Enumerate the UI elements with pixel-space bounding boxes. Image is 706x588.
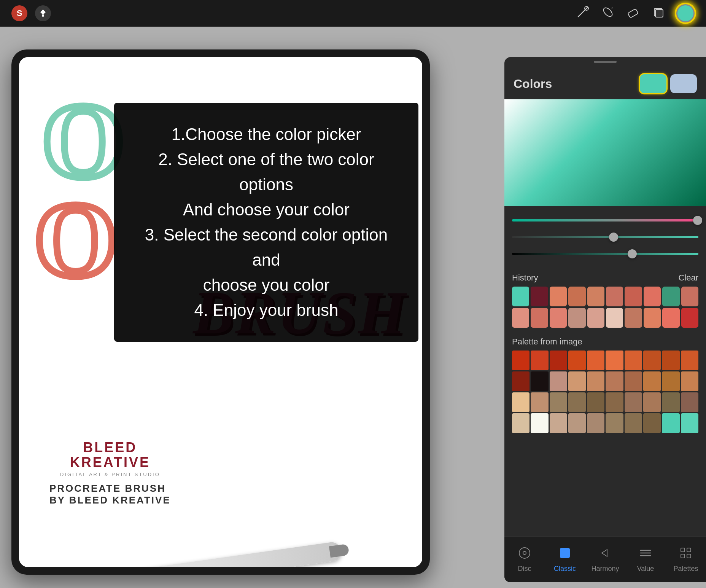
svg-rect-10 — [560, 548, 570, 558]
color-gradient-picker[interactable] — [504, 99, 706, 206]
palette-cell[interactable] — [531, 413, 548, 433]
palette-cell[interactable] — [568, 413, 586, 433]
letter-o-salmon: O — [34, 186, 117, 293]
instruction-text: 1.Choose the color picker 2. Select one … — [137, 122, 396, 323]
history-color-12[interactable] — [531, 308, 548, 328]
harmony-icon — [599, 547, 612, 563]
brightness-slider-thumb[interactable] — [628, 249, 637, 258]
history-color-10[interactable] — [681, 287, 698, 306]
history-color-15[interactable] — [587, 308, 604, 328]
history-color-1[interactable] — [512, 287, 529, 306]
palette-cell[interactable] — [606, 371, 623, 391]
value-icon — [639, 547, 652, 563]
eraser-icon[interactable] — [626, 5, 640, 22]
history-color-14[interactable] — [568, 308, 585, 328]
palette-cell[interactable] — [568, 351, 586, 370]
clear-button[interactable]: Clear — [678, 273, 698, 283]
saturation-slider-thumb[interactable] — [609, 233, 618, 242]
palette-cell[interactable] — [531, 392, 548, 412]
navigation-icon[interactable] — [35, 5, 51, 21]
tab-palettes-label: Palettes — [673, 565, 698, 573]
history-color-5[interactable] — [587, 287, 604, 306]
palette-cell[interactable] — [662, 351, 679, 370]
s-button[interactable]: S — [11, 5, 27, 21]
brand-name1: BLEED — [49, 440, 171, 455]
svg-rect-17 — [687, 554, 691, 558]
tab-disc[interactable]: Disc — [504, 547, 545, 573]
tab-classic[interactable]: Classic — [545, 547, 585, 573]
palette-cell[interactable] — [550, 371, 567, 391]
hue-slider-track[interactable] — [512, 219, 698, 221]
primary-color-swatch[interactable] — [640, 74, 666, 93]
history-color-17[interactable] — [625, 308, 642, 328]
history-color-11[interactable] — [512, 308, 529, 328]
palette-cell[interactable] — [681, 392, 698, 412]
saturation-slider-track[interactable] — [512, 236, 698, 238]
saturation-slider-row — [512, 230, 698, 244]
top-toolbar: S — [0, 0, 706, 27]
svg-rect-16 — [681, 554, 685, 558]
history-color-13[interactable] — [550, 308, 567, 328]
hue-slider-thumb[interactable] — [693, 216, 702, 225]
brand-line1: PROCREATE BRUSH — [49, 483, 171, 494]
palette-cell[interactable] — [587, 351, 604, 370]
history-color-2[interactable] — [531, 287, 548, 306]
history-color-9[interactable] — [662, 287, 679, 306]
palette-cell[interactable] — [587, 371, 604, 391]
palette-cell[interactable] — [606, 392, 623, 412]
palette-cell[interactable] — [512, 413, 530, 433]
pen-icon[interactable] — [601, 5, 615, 22]
palette-cell[interactable] — [531, 371, 548, 391]
palette-cell[interactable] — [550, 413, 567, 433]
palette-cell[interactable] — [681, 351, 698, 370]
history-color-20[interactable] — [681, 308, 698, 328]
history-color-6[interactable] — [606, 287, 623, 306]
palette-cell[interactable] — [512, 351, 530, 370]
palette-cell[interactable] — [625, 413, 642, 433]
tab-harmony[interactable]: Harmony — [585, 547, 625, 573]
palette-cell[interactable] — [662, 413, 679, 433]
palette-cell[interactable] — [625, 371, 642, 391]
instruction-overlay: 1.Choose the color picker 2. Select one … — [114, 103, 418, 342]
history-color-8[interactable] — [644, 287, 661, 306]
palette-cell[interactable] — [681, 413, 698, 433]
secondary-color-swatch[interactable] — [670, 74, 697, 93]
palette-cell[interactable] — [662, 392, 679, 412]
palette-cell[interactable] — [643, 371, 661, 391]
palette-cell[interactable] — [512, 371, 530, 391]
palette-cell[interactable] — [606, 413, 623, 433]
brush-icon[interactable] — [576, 5, 590, 22]
tab-value[interactable]: Value — [625, 547, 666, 573]
palette-cell[interactable] — [625, 351, 642, 370]
history-color-19[interactable] — [662, 308, 679, 328]
tab-palettes[interactable]: Palettes — [666, 547, 706, 573]
palette-cell[interactable] — [625, 392, 642, 412]
history-color-7[interactable] — [625, 287, 642, 306]
palette-cell[interactable] — [531, 351, 548, 370]
palette-cell[interactable] — [550, 351, 567, 370]
palette-cell[interactable] — [643, 351, 661, 370]
layers-icon[interactable] — [651, 5, 665, 22]
branding: BLEED KREATIVE DIGITAL ART & PRINT STUDI… — [49, 440, 171, 506]
palette-cell[interactable] — [643, 392, 661, 412]
palette-cell[interactable] — [550, 392, 567, 412]
tab-value-label: Value — [637, 565, 654, 573]
history-section: History Clear — [504, 268, 706, 332]
palette-cell[interactable] — [681, 371, 698, 391]
history-color-3[interactable] — [550, 287, 567, 306]
palette-cell[interactable] — [587, 392, 604, 412]
palette-cell[interactable] — [512, 392, 530, 412]
brightness-slider-track[interactable] — [512, 253, 698, 255]
drag-handle[interactable] — [594, 61, 617, 63]
palette-cell[interactable] — [643, 413, 661, 433]
palette-cell[interactable] — [568, 392, 586, 412]
palette-cell[interactable] — [587, 413, 604, 433]
history-color-18[interactable] — [644, 308, 661, 328]
palette-cell[interactable] — [606, 351, 623, 370]
palette-cell[interactable] — [568, 371, 586, 391]
history-color-4[interactable] — [568, 287, 585, 306]
history-color-16[interactable] — [606, 308, 623, 328]
color-dot[interactable] — [676, 4, 695, 22]
svg-point-0 — [42, 14, 44, 17]
palette-cell[interactable] — [662, 371, 679, 391]
